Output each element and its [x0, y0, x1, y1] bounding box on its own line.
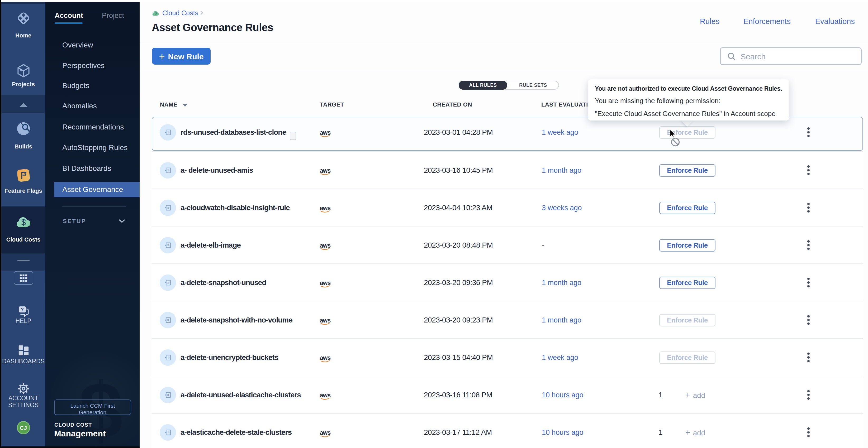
svg-text:aws: aws	[320, 317, 331, 324]
svg-text:aws: aws	[320, 429, 331, 436]
svg-text:aws: aws	[320, 279, 331, 286]
svg-text:aws: aws	[320, 242, 331, 249]
svg-text:aws: aws	[320, 167, 331, 174]
svg-text:aws: aws	[320, 392, 331, 399]
svg-text:aws: aws	[320, 205, 331, 211]
svg-text:?: ?	[21, 307, 24, 312]
svg-text:$: $	[21, 218, 26, 227]
svg-text:aws: aws	[320, 354, 331, 361]
svg-text:$: $	[155, 11, 157, 15]
